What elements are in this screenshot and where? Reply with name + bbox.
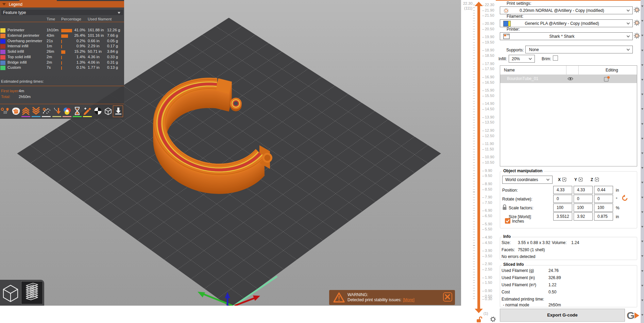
- right-scroll-strip[interactable]: [641, 0, 644, 323]
- warning-toast: WARNING: Detected print stability issues…: [329, 290, 455, 305]
- custom-gcode-icon[interactable]: [83, 107, 92, 115]
- axis-z-icon[interactable]: [595, 177, 599, 182]
- print-head-icon[interactable]: [114, 107, 123, 115]
- warning-title: WARNING:: [348, 292, 368, 297]
- 3d-viewport[interactable]: WARNING: Detected print stability issues…: [0, 0, 461, 306]
- filament-gear-icon[interactable]: [634, 20, 640, 26]
- supports-label: Supports:: [506, 48, 524, 52]
- deretractions-underline: [52, 116, 61, 117]
- scale-lock-icon[interactable]: [502, 204, 507, 210]
- manip-row-label: Position:: [502, 188, 518, 193]
- layer-slider-bar[interactable]: [477, 5, 480, 309]
- print-settings-gear-icon[interactable]: [634, 7, 640, 13]
- axis-x-icon[interactable]: [562, 177, 566, 182]
- layer-tick-label: –9.90: [482, 168, 492, 173]
- feature-percent: 0.2%: [70, 39, 85, 43]
- axis-y-header: Y: [574, 177, 577, 182]
- seams-up-icon[interactable]: [21, 107, 30, 115]
- feature-name: Internal infill: [7, 44, 28, 48]
- object-row[interactable]: BourdonTube_01: [500, 75, 637, 83]
- view-layers-button[interactable]: [21, 281, 43, 304]
- layer-tick-label: –20.50: [482, 27, 494, 31]
- manip-z-field[interactable]: 0.44: [594, 186, 613, 194]
- layer-tick-label: –1.90: [482, 275, 492, 279]
- manip-x-field[interactable]: 3.5512: [553, 212, 572, 221]
- strip-arrow-icon: [641, 285, 643, 287]
- manip-y-field[interactable]: 4.33: [574, 186, 593, 194]
- printer-dropdown[interactable]: Shark * Shark: [500, 32, 633, 40]
- col-name: Name: [504, 68, 515, 72]
- layer-tick-label: –4.50: [482, 241, 492, 245]
- manip-x-field[interactable]: 4.33: [553, 186, 572, 194]
- slider-gear-icon[interactable]: [490, 317, 496, 322]
- layer-tick-label: –20.90: [482, 21, 494, 26]
- legend-row: Bridge infill2m1.3%4.06 in0.31 g: [0, 60, 124, 65]
- errors-value: No errors detected: [502, 254, 535, 259]
- legend-title-bar[interactable]: Legend: [0, 1, 124, 7]
- manip-unit: in: [616, 214, 619, 219]
- deretractions-icon[interactable]: [52, 107, 61, 115]
- brim-checkbox[interactable]: [553, 55, 558, 61]
- cube-view-icon[interactable]: [104, 107, 113, 115]
- layer-tick-label: –21.90: [482, 8, 494, 12]
- custom-gcode-underline: [83, 116, 92, 117]
- coordinates-dropdown[interactable]: World coordinates: [502, 176, 553, 184]
- manip-z-field[interactable]: 100: [594, 204, 613, 212]
- feature-filament-in: 50.71 in: [88, 49, 102, 53]
- manip-y-field[interactable]: 100: [574, 204, 593, 212]
- reset-rotation-icon[interactable]: [622, 195, 628, 201]
- seams-down-icon[interactable]: [32, 107, 40, 115]
- supports-dropdown[interactable]: None: [525, 46, 633, 53]
- sliced-value: 0.50: [548, 290, 556, 294]
- feature-percent-bar: [61, 66, 62, 70]
- filament-dropdown[interactable]: Generic PLA @Artillery - Copy (modified): [500, 19, 633, 27]
- close-icon[interactable]: [443, 292, 452, 302]
- axis-z-header: Z: [591, 177, 593, 182]
- strip-arrow-icon: [641, 226, 643, 228]
- wipe-hand-icon[interactable]: [11, 107, 20, 115]
- center-of-gravity-icon[interactable]: [94, 107, 102, 115]
- layer-tick-label: –16.90: [482, 75, 494, 79]
- print-settings-dropdown[interactable]: 0.20mm NORMAL @Artillery - Copy (modifie…: [500, 6, 633, 14]
- lock-open-icon[interactable]: [476, 316, 482, 323]
- feature-filament-in: 2.29 in: [88, 44, 100, 48]
- retractions-icon[interactable]: [42, 107, 51, 115]
- layer-tick-label: –18.90: [482, 48, 494, 52]
- time-estimate-icon[interactable]: [73, 107, 82, 115]
- layer-tick-label: –13.90: [482, 115, 494, 119]
- export-gcode-button[interactable]: Export G-code: [500, 309, 625, 322]
- manip-z-field[interactable]: 0.875: [594, 212, 613, 221]
- feature-time: 21s: [47, 39, 53, 43]
- infill-dropdown[interactable]: 20%: [509, 55, 535, 63]
- strip-arrow-icon: [641, 167, 643, 169]
- col-time: Time: [47, 17, 55, 21]
- feature-type-dropdown[interactable]: Feature type: [1, 9, 123, 16]
- travel-moves-icon[interactable]: [1, 107, 10, 115]
- inches-checkbox[interactable]: [505, 218, 510, 224]
- sliced-label: Cost: [502, 290, 510, 294]
- manip-z-field[interactable]: 0: [594, 195, 613, 203]
- strip-arrow-icon: [641, 270, 643, 272]
- warning-more-link[interactable]: [More]: [403, 297, 414, 302]
- axis-y-icon[interactable]: [578, 177, 583, 182]
- feature-filament-in: 4.06 in: [88, 60, 100, 64]
- edit-object-icon[interactable]: [604, 76, 610, 82]
- col-used-filament: Used filament: [88, 17, 112, 21]
- layer-tick-label: –14.90: [482, 101, 494, 106]
- facets-value: 75280 (1 shell): [518, 247, 545, 252]
- eye-icon[interactable]: [567, 77, 573, 81]
- legend-toolbar: [0, 105, 124, 119]
- manip-y-field[interactable]: 3.92: [574, 212, 593, 221]
- manip-y-field[interactable]: 0: [574, 195, 593, 203]
- retractions-underline: [42, 116, 51, 117]
- collapse-triangle-icon: [2, 3, 6, 5]
- layer-slider-top-handle[interactable]: [475, 2, 483, 6]
- manip-x-field[interactable]: 0: [553, 195, 572, 203]
- strip-arrow-icon: [641, 182, 643, 183]
- manip-x-field[interactable]: 100: [553, 204, 572, 212]
- separator: [0, 86, 124, 86]
- printer-gear-icon[interactable]: [634, 33, 640, 39]
- view-3d-button[interactable]: [1, 281, 20, 304]
- tool-colors-icon[interactable]: [63, 107, 71, 115]
- layer-slider-bottom-handle[interactable]: [475, 309, 483, 313]
